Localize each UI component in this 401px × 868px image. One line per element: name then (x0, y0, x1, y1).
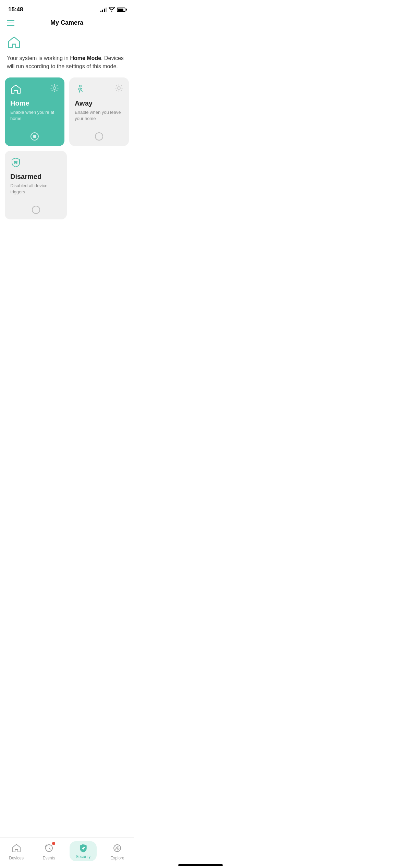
status-time: 15:48 (8, 6, 23, 13)
home-mode-icon (7, 35, 127, 51)
modes-grid: Home Enable when you're at home Away Ena… (0, 77, 134, 146)
disarmed-radio[interactable] (10, 200, 61, 214)
home-mode-section: Your system is working in Home Mode. Dev… (0, 32, 134, 77)
home-card-desc: Enable when you're at home (10, 109, 59, 122)
disarmed-card-title: Disarmed (10, 173, 61, 181)
status-icons (100, 7, 127, 13)
card-top-row (10, 157, 61, 168)
svg-point-2 (118, 87, 120, 89)
home-card-icon (10, 84, 21, 95)
svg-point-1 (79, 85, 81, 87)
status-bar: 15:48 (0, 0, 134, 17)
svg-point-0 (53, 87, 56, 89)
away-mode-card[interactable]: Away Enable when you leave your home (69, 77, 129, 146)
menu-button[interactable] (7, 20, 14, 26)
disarmed-card-icon (10, 157, 21, 168)
disarmed-mode-card[interactable]: Disarmed Disabled all device triggers (5, 151, 67, 219)
wifi-icon (109, 7, 115, 13)
page-title: My Camera (50, 19, 83, 26)
home-radio[interactable] (10, 127, 59, 141)
battery-icon (117, 8, 127, 12)
away-card-icon (75, 84, 86, 95)
card-top-row (75, 84, 123, 95)
card-top-row (10, 84, 59, 95)
home-settings-icon[interactable] (50, 84, 59, 93)
disarmed-card-desc: Disabled all device triggers (10, 183, 61, 195)
home-card-title: Home (10, 99, 59, 107)
away-settings-icon[interactable] (114, 84, 123, 93)
away-card-title: Away (75, 99, 123, 107)
header: My Camera (0, 17, 134, 32)
home-mode-description: Your system is working in Home Mode. Dev… (7, 54, 127, 71)
home-mode-card[interactable]: Home Enable when you're at home (5, 77, 64, 146)
modes-bottom: Disarmed Disabled all device triggers (0, 151, 134, 219)
away-card-desc: Enable when you leave your home (75, 109, 123, 122)
away-radio[interactable] (75, 127, 123, 141)
signal-icon (100, 7, 107, 12)
